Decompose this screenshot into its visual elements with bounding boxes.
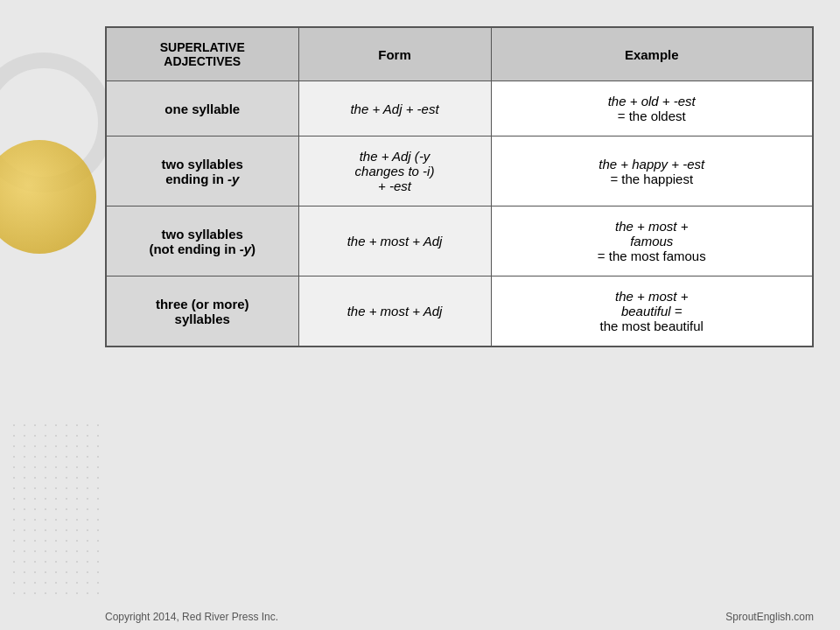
row3-form: the + most + Adj: [298, 206, 491, 276]
table-row: two syllablesending in -y the + Adj (-y …: [106, 136, 813, 206]
col1-header: SUPERLATIVEADJECTIVES: [106, 27, 298, 81]
col2-header: Form: [298, 27, 491, 81]
table-row: three (or more)syllables the + most + Ad…: [106, 276, 813, 347]
row2-form: the + Adj (-y changes to -i) + -est: [298, 136, 491, 206]
footer: Copyright 2014, Red River Press Inc. Spr…: [105, 611, 814, 623]
col3-header: Example: [491, 27, 813, 81]
row2-label: two syllablesending in -y: [106, 136, 298, 206]
row3-label: two syllables(not ending in -y): [106, 206, 298, 276]
copyright-text: Copyright 2014, Red River Press Inc.: [105, 611, 278, 623]
table-row: one syllable the + Adj + -est the + old …: [106, 81, 813, 136]
row2-example: the + happy + -est = the happiest: [491, 136, 813, 206]
grammar-table: SUPERLATIVEADJECTIVES Form Example one s…: [105, 26, 814, 347]
row1-label: one syllable: [106, 81, 298, 136]
row3-example: the + most + famous = the most famous: [491, 206, 813, 276]
row1-form: the + Adj + -est: [298, 81, 491, 136]
table-header-row: SUPERLATIVEADJECTIVES Form Example: [106, 27, 813, 81]
main-content: SUPERLATIVEADJECTIVES Form Example one s…: [105, 26, 814, 586]
table-row: two syllables(not ending in -y) the + mo…: [106, 206, 813, 276]
row4-form: the + most + Adj: [298, 276, 491, 347]
row4-example: the + most + beautiful = the most beauti…: [491, 276, 813, 347]
row4-label: three (or more)syllables: [106, 276, 298, 347]
decorative-dots: [9, 420, 105, 595]
row1-example: the + old + -est = the oldest: [491, 81, 813, 136]
website-text: SproutEnglish.com: [725, 611, 814, 623]
